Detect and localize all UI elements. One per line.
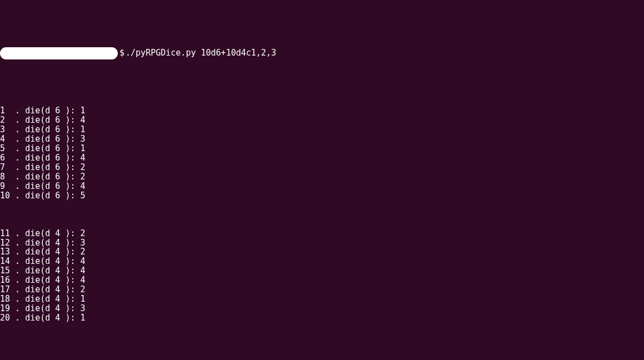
dice-roll-line: 13 . die(d 4 ): 2 bbox=[0, 247, 644, 257]
dice-roll-line: 14 . die(d 4 ): 4 bbox=[0, 257, 644, 266]
blank-line bbox=[0, 69, 644, 78]
redacted-hostname bbox=[0, 47, 118, 59]
dice-roll-line: 4 . die(d 6 ): 3 bbox=[0, 134, 644, 144]
blank-line bbox=[0, 351, 644, 360]
blank-line bbox=[0, 332, 644, 342]
d4-rolls-block: 11 . die(d 4 ): 212 . die(d 4 ): 313 . d… bbox=[0, 229, 644, 323]
terminal-output[interactable]: $ ./pyRPGDice.py 10d6+10d4c1,2,3 1 . die… bbox=[0, 38, 644, 360]
dice-roll-line: 3 . die(d 6 ): 1 bbox=[0, 125, 644, 134]
dice-roll-line: 6 . die(d 6 ): 4 bbox=[0, 153, 644, 163]
blank-line bbox=[0, 210, 644, 219]
d6-rolls-block: 1 . die(d 6 ): 12 . die(d 6 ): 43 . die(… bbox=[0, 106, 644, 200]
dice-roll-line: 8 . die(d 6 ): 2 bbox=[0, 172, 644, 182]
dice-roll-line: 2 . die(d 6 ): 4 bbox=[0, 116, 644, 125]
dice-roll-line: 7 . die(d 6 ): 2 bbox=[0, 163, 644, 172]
dice-roll-line: 19 . die(d 4 ): 3 bbox=[0, 304, 644, 313]
dice-roll-line: 11 . die(d 4 ): 2 bbox=[0, 229, 644, 238]
blank-line bbox=[0, 88, 644, 97]
command-text: ./pyRPGDice.py 10d6+10d4c1,2,3 bbox=[126, 48, 276, 58]
prompt-symbol: $ bbox=[119, 48, 124, 58]
dice-roll-line: 12 . die(d 4 ): 3 bbox=[0, 238, 644, 248]
dice-roll-line: 1 . die(d 6 ): 1 bbox=[0, 106, 644, 116]
dice-roll-line: 5 . die(d 6 ): 1 bbox=[0, 144, 644, 153]
dice-roll-line: 20 . die(d 4 ): 1 bbox=[0, 313, 644, 323]
dice-roll-line: 18 . die(d 4 ): 1 bbox=[0, 294, 644, 304]
command-prompt-line: $ ./pyRPGDice.py 10d6+10d4c1,2,3 bbox=[0, 47, 644, 59]
dice-roll-line: 15 . die(d 4 ): 4 bbox=[0, 266, 644, 276]
dice-roll-line: 9 . die(d 6 ): 4 bbox=[0, 182, 644, 191]
dice-roll-line: 16 . die(d 4 ): 4 bbox=[0, 276, 644, 285]
dice-roll-line: 10 . die(d 6 ): 5 bbox=[0, 191, 644, 201]
dice-roll-line: 17 . die(d 4 ): 2 bbox=[0, 285, 644, 294]
